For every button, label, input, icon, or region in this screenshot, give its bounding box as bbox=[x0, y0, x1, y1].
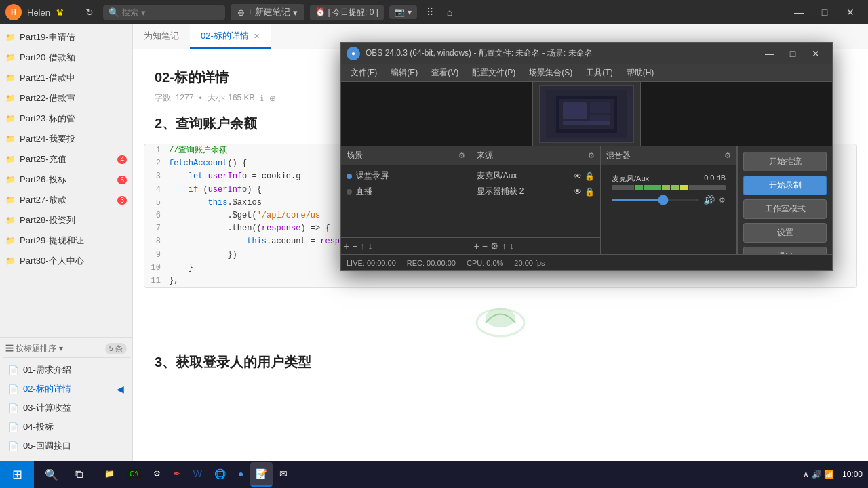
taskbar-app-cmd[interactable]: C:\ bbox=[121, 462, 146, 487]
tab-noteDetail[interactable]: 02-标的详情 ✕ bbox=[190, 24, 271, 49]
obs-start-record-btn[interactable]: 开始录制 bbox=[743, 176, 827, 195]
sidebar-item-part19[interactable]: 📁 Part19-申请借 bbox=[0, 27, 132, 47]
obs-scene-options[interactable]: ⚙ bbox=[458, 151, 465, 160]
obs-lock-btn[interactable]: 🔒 bbox=[585, 171, 595, 181]
obs-scene-down[interactable]: ↓ bbox=[368, 241, 372, 251]
apps-btn[interactable]: ⠿ bbox=[422, 5, 437, 19]
sidebar-item-part23[interactable]: 📁 Part23-标的管 bbox=[0, 108, 132, 129]
obs-lock-btn2[interactable]: 🔒 bbox=[585, 187, 595, 197]
obs-source-mic[interactable]: 麦克风/Aux 👁 🔒 bbox=[471, 168, 601, 184]
sidebar-section-04[interactable]: 📄 04-投标 bbox=[3, 418, 130, 436]
volume-segments bbox=[612, 185, 726, 190]
create-note-btn[interactable]: ⊕ + 新建笔记 ▾ bbox=[231, 4, 304, 20]
obs-source-settings[interactable]: ⚙ bbox=[490, 241, 499, 251]
reminder-btn[interactable]: ⏰ | 今日提醒: 0 | bbox=[310, 5, 384, 20]
sidebar-item-part26[interactable]: 📁 Part26-投标 5 bbox=[0, 169, 132, 190]
sidebar-item-part29[interactable]: 📁 Part29-提现和证 bbox=[0, 230, 132, 251]
obs-menu-file[interactable]: 文件(F) bbox=[344, 66, 384, 80]
sidebar-item-label: Part21-借款申 bbox=[20, 72, 127, 84]
obs-scene-up[interactable]: ↑ bbox=[360, 241, 365, 251]
obs-scene-classroom[interactable]: 课堂录屏 bbox=[341, 168, 471, 184]
obs-source-down[interactable]: ↓ bbox=[509, 241, 514, 251]
refresh-btn[interactable]: ↻ bbox=[81, 5, 98, 19]
sync-btn[interactable]: 📷 ▾ bbox=[389, 5, 417, 19]
taskbar-app-settings[interactable]: ⚙ bbox=[148, 462, 166, 487]
section-label: 04-投标 bbox=[23, 421, 54, 433]
sidebar-section-02[interactable]: 📄 02-标的详情 ◀ bbox=[3, 380, 130, 399]
obs-source-remove[interactable]: − bbox=[482, 241, 488, 251]
sidebar-item-label: Part30-个人中心 bbox=[20, 255, 127, 267]
sidebar-section-05[interactable]: 📄 05-回调接口 bbox=[3, 436, 130, 455]
title-separator bbox=[73, 5, 73, 19]
sidebar-item-label: Part23-标的管 bbox=[20, 113, 127, 125]
obs-volume-bar bbox=[612, 185, 726, 190]
add-icon[interactable]: ⊕ bbox=[269, 94, 276, 103]
sidebar-item-part20[interactable]: 📁 Part20-借款额 bbox=[0, 47, 132, 68]
obs-mixer-options[interactable]: ⚙ bbox=[724, 151, 731, 160]
mute-icon[interactable]: 🔊 bbox=[703, 195, 715, 205]
sidebar-item-label: Part27-放款 bbox=[20, 194, 113, 206]
obs-settings-btn[interactable]: 设置 bbox=[743, 223, 827, 243]
vol-seg bbox=[671, 185, 679, 190]
taskbar-app-word[interactable]: W bbox=[188, 462, 208, 487]
obs-eye-btn[interactable]: 👁 bbox=[574, 171, 582, 181]
taskbar-app-email[interactable]: ✉ bbox=[274, 462, 293, 487]
sidebar-item-part28[interactable]: 📁 Part28-投资列 bbox=[0, 210, 132, 230]
obs-minimize-btn[interactable]: — bbox=[759, 44, 781, 63]
sidebar-item-part21[interactable]: 📁 Part21-借款申 bbox=[0, 68, 132, 88]
info-icon[interactable]: ℹ bbox=[260, 94, 264, 103]
mixer-settings-icon[interactable]: ⚙ bbox=[719, 196, 726, 205]
close-btn[interactable]: ✕ bbox=[838, 3, 863, 22]
obs-scene-tools: + − ↑ ↓ bbox=[341, 237, 471, 254]
maximize-btn[interactable]: □ bbox=[812, 3, 837, 22]
obs-menu-help[interactable]: 帮助(H) bbox=[620, 66, 661, 80]
obs-scene-live[interactable]: 直播 bbox=[341, 184, 471, 199]
taskbar-taskview[interactable]: ⧉ bbox=[66, 462, 91, 487]
tab-weizhiNote[interactable]: 为知笔记 bbox=[133, 24, 190, 49]
sidebar-bottom: ☰ 按标题排序 ▾ 5 条 📄 01-需求介绍 📄 02-标的详情 ◀ 📄 bbox=[0, 337, 132, 461]
sidebar-item-part27[interactable]: 📁 Part27-放款 3 bbox=[0, 190, 132, 210]
taskbar-search[interactable]: 🔍 bbox=[39, 462, 64, 487]
obs-menu-edit[interactable]: 编辑(E) bbox=[384, 66, 425, 80]
taskbar-app-obs[interactable]: ● bbox=[233, 462, 249, 487]
mixer-controls: 🔊 ⚙ bbox=[612, 195, 726, 205]
obs-scene-remove[interactable]: − bbox=[352, 241, 357, 251]
home-btn[interactable]: ⌂ bbox=[443, 5, 456, 19]
sidebar-item-part25[interactable]: 📁 Part25-充值 4 bbox=[0, 149, 132, 169]
obs-menu-profile[interactable]: 配置文件(P) bbox=[465, 66, 522, 80]
folder-icon: 📁 bbox=[5, 94, 16, 103]
vol-seg bbox=[625, 185, 634, 190]
volume-slider[interactable] bbox=[612, 199, 699, 201]
taskbar-app-note[interactable]: 📝 bbox=[250, 462, 273, 487]
taskbar-app-jianjie[interactable]: ✒ bbox=[167, 462, 186, 487]
tab-close-icon[interactable]: ✕ bbox=[254, 32, 260, 40]
sidebar-section-03[interactable]: 📄 03-计算收益 bbox=[3, 399, 130, 418]
obs-menu-view[interactable]: 查看(V) bbox=[425, 66, 465, 80]
minimize-btn[interactable]: — bbox=[787, 3, 811, 22]
obs-close-btn[interactable]: ✕ bbox=[805, 44, 827, 63]
obs-mixer-item-mic: 麦克风/Aux 0.0 dB bbox=[606, 171, 731, 208]
obs-eye-btn2[interactable]: 👁 bbox=[574, 187, 582, 197]
sidebar-item-part24[interactable]: 📁 Part24-我要投 bbox=[0, 129, 132, 149]
obs-source-options[interactable]: ⚙ bbox=[588, 151, 595, 160]
obs-maximize-btn[interactable]: □ bbox=[782, 44, 804, 63]
sidebar-section-01[interactable]: 📄 01-需求介绍 bbox=[3, 361, 130, 380]
obs-source-up[interactable]: ↑ bbox=[502, 241, 507, 251]
email-icon: ✉ bbox=[279, 468, 288, 479]
folder-icon: 📁 bbox=[5, 236, 16, 245]
taskbar-app-chrome[interactable]: 🌐 bbox=[209, 462, 231, 487]
start-button[interactable]: ⊞ bbox=[0, 461, 34, 488]
obs-scene-add[interactable]: + bbox=[344, 241, 349, 251]
sort-btn[interactable]: ☰ 按标题排序 ▾ bbox=[5, 343, 63, 354]
taskbar-app-explorer[interactable]: 📁 bbox=[99, 462, 120, 487]
obs-start-stream-btn[interactable]: 开始推流 bbox=[743, 152, 827, 171]
search-area[interactable]: 🔍 搜索 ▾ bbox=[103, 5, 225, 20]
obs-menu-tools[interactable]: 工具(T) bbox=[579, 66, 619, 80]
sidebar-item-part22[interactable]: 📁 Part22-借款审 bbox=[0, 88, 132, 108]
obs-studio-mode-btn[interactable]: 工作室模式 bbox=[743, 199, 827, 219]
obs-source-add[interactable]: + bbox=[474, 241, 479, 251]
obs-menu-scene-collection[interactable]: 场景集合(S) bbox=[522, 66, 579, 80]
obs-source-display[interactable]: 显示器捕获 2 👁 🔒 bbox=[471, 184, 601, 199]
sidebar-item-part30[interactable]: 📁 Part30-个人中心 bbox=[0, 251, 132, 271]
tab-label: 为知笔记 bbox=[144, 30, 179, 41]
